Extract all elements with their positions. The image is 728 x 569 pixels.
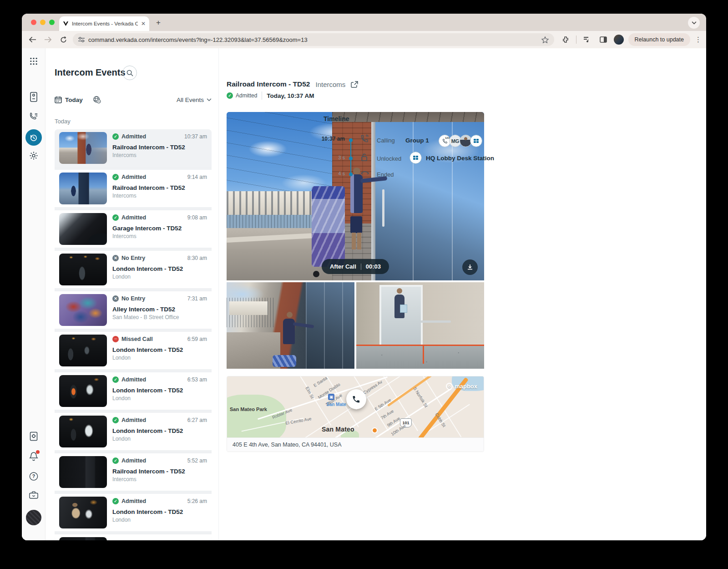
relaunch-button[interactable]: Relaunch to update (628, 33, 690, 46)
site-controls-icon[interactable] (78, 37, 85, 42)
map-street-label: 7th Ave (380, 408, 394, 420)
event-status: Admitted (121, 457, 146, 464)
event-status-icon: ✓ (112, 376, 119, 383)
event-title: Garage Intercom - TD52 (112, 225, 207, 232)
desk-station-icon (410, 152, 422, 164)
intercom-device-icon[interactable] (30, 92, 38, 102)
toolbar-actions: Relaunch to update ⋮ (560, 33, 702, 46)
exterior-camera-pane[interactable] (227, 282, 354, 369)
chevron-down-icon (692, 21, 697, 25)
event-time: 8:30 am (187, 255, 207, 261)
detail-title: Railroad Intercom - TD52 (227, 80, 310, 88)
window-controls[interactable] (31, 20, 55, 25)
map-street-label: S Norfolk St (412, 386, 429, 408)
reading-list-icon[interactable] (581, 34, 593, 46)
unlocked-padlock-icon (360, 153, 368, 163)
event-title: London Intercom - TD52 (112, 346, 207, 353)
open-external-icon[interactable] (351, 81, 358, 88)
help-icon[interactable]: ? (29, 472, 38, 481)
timezone-icon[interactable] (93, 96, 101, 104)
browser-toolbar: command.verkada.com/intercoms/events?lng… (22, 31, 706, 48)
event-time: 7:31 am (187, 295, 207, 302)
events-history-icon-active[interactable] (25, 129, 42, 146)
back-button[interactable] (26, 34, 38, 46)
event-status: Admitted (121, 376, 146, 383)
event-list-item[interactable]: ✓Admitted6:27 amLondon Intercom - TD52Lo… (55, 413, 212, 450)
timeline-time: 10:37 am (322, 136, 345, 142)
device-report-icon[interactable] (29, 432, 38, 441)
timeline-action: Calling (377, 137, 395, 144)
left-rail: ? (22, 48, 46, 540)
settings-gear-icon[interactable] (29, 151, 38, 160)
extensions-icon[interactable] (560, 34, 571, 46)
download-button[interactable] (462, 259, 478, 275)
event-type-filter[interactable]: All Events (177, 97, 212, 103)
event-thumbnail (59, 335, 107, 366)
reload-button[interactable] (57, 34, 69, 46)
event-type-label: All Events (177, 97, 204, 103)
forward-button[interactable] (42, 34, 54, 46)
video-time-label: 00:03 (366, 263, 381, 270)
event-thumbnail (59, 456, 107, 488)
notifications-bell-icon[interactable] (29, 452, 38, 461)
event-time: 5:26 am (187, 498, 207, 504)
event-status-icon: ✓ (112, 417, 119, 423)
date-filter[interactable]: Today (55, 96, 83, 103)
call-group-avatars: 123 MG (440, 135, 482, 147)
tab-search-button[interactable] (688, 17, 700, 29)
browser-tab[interactable]: Intercom Events - Verkada Co ✕ (59, 16, 149, 31)
call-log-icon[interactable] (29, 112, 38, 121)
maximize-window-button[interactable] (49, 20, 55, 25)
video-status-pill: After Call 00:03 (322, 259, 389, 274)
event-location: Intercoms (112, 152, 207, 158)
event-thumbnail (59, 254, 107, 285)
event-list-item[interactable]: ✓Admitted5:52 amRailroad Intercom - TD52… (55, 453, 212, 491)
event-list-item[interactable]: ✓Admitted9:14 amRailroad Intercom - TD52… (55, 170, 212, 207)
search-button[interactable] (122, 66, 137, 80)
user-avatar[interactable] (26, 510, 41, 525)
toolbox-icon[interactable] (29, 491, 38, 499)
detail-status: ✓ Admitted (227, 92, 257, 99)
intercom-location-pin[interactable] (346, 389, 366, 409)
interior-camera-pane[interactable] (356, 282, 484, 369)
event-location: London (112, 355, 207, 361)
map-address: 405 E 4th Ave, San Mateo, CA 94401, USA (227, 437, 484, 452)
event-thumbnail (59, 132, 107, 164)
event-list-item[interactable]: ✕No Entry8:30 amLondon Intercom - TD52Lo… (55, 251, 212, 288)
calendar-icon (55, 96, 62, 103)
event-title: London Intercom - TD52 (112, 387, 207, 394)
close-window-button[interactable] (31, 20, 36, 25)
desk-station-avatar[interactable] (470, 135, 482, 147)
browser-profile-avatar[interactable] (614, 35, 624, 45)
calling-phone-icon (360, 134, 369, 145)
phone-pin-icon (352, 395, 361, 404)
new-tab-button[interactable]: + (156, 18, 161, 27)
event-list-item[interactable]: ✕No Entry7:31 amAlley Intercom - TD52San… (55, 291, 212, 329)
url-bar[interactable]: command.verkada.com/intercoms/events?lng… (73, 33, 554, 46)
event-status: Admitted (121, 417, 146, 423)
event-list: ✓Admitted10:37 amRailroad Intercom - TD5… (55, 129, 212, 540)
bookmark-star-icon[interactable] (541, 36, 549, 43)
url-text[interactable]: command.verkada.com/intercoms/events?lng… (88, 36, 538, 43)
map[interactable]: 101 San Mateo Park San Mateo San Mate ▣ … (227, 376, 484, 437)
minimize-window-button[interactable] (40, 20, 46, 25)
event-list-item[interactable]: ✓Admitted5:26 amLondon Intercom - TD52Lo… (55, 494, 212, 531)
event-list-item[interactable]: ✓Admitted10:37 amRailroad Intercom - TD5… (55, 129, 212, 167)
event-list-item[interactable]: ─Missed Call6:59 amLondon Intercom - TD5… (55, 332, 212, 369)
timeline-target-station: HQ Lobby Desk Station (426, 155, 494, 162)
event-list-item[interactable]: ✓Admitted6:53 amLondon Intercom - TD52Lo… (55, 372, 212, 410)
event-time: 10:37 am (184, 133, 207, 140)
tab-title: Intercom Events - Verkada Co (72, 21, 138, 26)
apps-grid-icon[interactable] (30, 57, 37, 65)
browser-menu-icon[interactable]: ⋮ (695, 36, 702, 44)
side-panel-icon[interactable] (597, 34, 609, 46)
event-location: Intercoms (112, 233, 207, 239)
event-thumbnail (59, 497, 107, 528)
event-list-item[interactable]: ✓Admitted9:08 amGarage Intercom - TD52In… (55, 210, 212, 248)
event-status: No Entry (121, 295, 145, 302)
map-street-label: Elm St (305, 386, 315, 400)
detail-subtitle[interactable]: Intercoms (315, 81, 345, 88)
event-list-item-partial[interactable] (55, 534, 212, 540)
tab-close-icon[interactable]: ✕ (141, 20, 146, 27)
date-filter-label: Today (65, 97, 83, 103)
